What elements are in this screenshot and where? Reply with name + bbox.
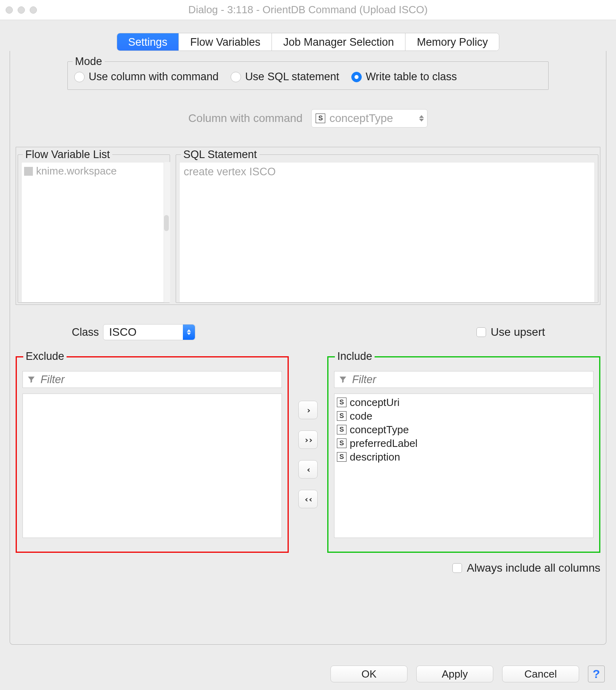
column-with-command-value: conceptType [329, 112, 393, 125]
use-upsert-label: Use upsert [491, 326, 545, 339]
filter-icon [338, 375, 347, 384]
tab-settings[interactable]: Settings [117, 33, 179, 51]
always-include-checkbox[interactable]: Always include all columns [452, 562, 600, 574]
tab-flow-variables[interactable]: Flow Variables [179, 33, 272, 51]
list-item[interactable]: Sdescription [337, 450, 591, 464]
double-chevron-right-icon: ›› [304, 435, 312, 445]
exclude-filter-input[interactable] [22, 371, 282, 388]
column-with-command-select[interactable]: S conceptType [311, 109, 428, 128]
always-include-label: Always include all columns [467, 562, 600, 574]
radio-label: Use SQL statement [245, 71, 339, 83]
chevron-right-icon: › [306, 405, 310, 415]
close-traffic-icon[interactable] [6, 6, 13, 14]
filter-icon [27, 375, 36, 384]
list-item-label: knime.workspace [36, 165, 117, 177]
flow-variable-list-group: Flow Variable List knime.workspace [18, 154, 170, 303]
radio-icon [231, 72, 241, 82]
list-item-label: preferredLabel [350, 436, 417, 450]
help-button[interactable]: ? [588, 666, 605, 682]
list-item[interactable]: Scode [337, 409, 591, 423]
list-item[interactable]: SconceptUri [337, 396, 591, 409]
flow-variable-list-legend: Flow Variable List [23, 148, 112, 161]
cancel-button[interactable]: Cancel [502, 666, 579, 682]
radio-label: Write table to class [366, 71, 457, 83]
transfer-controls: › ›› ‹ ‹‹ [298, 356, 318, 553]
flow-variable-list[interactable]: knime.workspace [21, 162, 168, 302]
string-type-icon: S [337, 398, 346, 407]
variable-icon [24, 167, 33, 176]
radio-use-sql[interactable]: Use SQL statement [231, 71, 339, 83]
list-item-label: code [350, 409, 372, 423]
mode-groupbox: Mode Use column with command Use SQL sta… [67, 61, 549, 90]
move-all-right-button[interactable]: ›› [298, 430, 318, 449]
window-title: Dialog - 3:118 - OrientDB Command (Uploa… [188, 4, 428, 16]
checkbox-icon [452, 563, 462, 573]
string-type-icon: S [316, 114, 325, 123]
exclude-panel: Exclude [16, 356, 289, 553]
window-traffic-lights [0, 6, 37, 14]
include-filter-input[interactable] [334, 371, 594, 388]
minimize-traffic-icon[interactable] [18, 6, 25, 14]
titlebar: Dialog - 3:118 - OrientDB Command (Uploa… [0, 0, 616, 20]
mode-legend: Mode [73, 55, 105, 68]
dialog-footer: OK Apply Cancel ? [0, 658, 616, 690]
ok-button[interactable]: OK [330, 666, 407, 682]
help-icon: ? [593, 667, 600, 681]
string-type-icon: S [337, 452, 346, 462]
chevron-up-down-icon [183, 325, 195, 340]
class-dropdown-value: ISCO [109, 326, 136, 339]
list-item-label: description [350, 450, 400, 464]
sql-statement-legend: SQL Statement [181, 148, 259, 161]
radio-icon [351, 72, 362, 82]
scrollbar-track [164, 162, 170, 302]
tabstrip: Settings Flow Variables Job Manager Sele… [10, 33, 606, 51]
tab-job-manager[interactable]: Job Manager Selection [272, 33, 405, 51]
include-list[interactable]: SconceptUri Scode SconceptType Spreferre… [334, 394, 594, 538]
move-left-button[interactable]: ‹ [298, 460, 318, 479]
double-chevron-left-icon: ‹‹ [304, 494, 312, 504]
checkbox-icon [476, 327, 486, 337]
column-with-command-label: Column with command [188, 112, 303, 125]
string-type-icon: S [337, 425, 346, 434]
list-item[interactable]: SpreferredLabel [337, 436, 591, 450]
radio-use-column[interactable]: Use column with command [74, 71, 219, 83]
apply-button[interactable]: Apply [416, 666, 493, 682]
tab-memory-policy[interactable]: Memory Policy [405, 33, 499, 51]
use-upsert-checkbox[interactable]: Use upsert [476, 326, 545, 339]
class-dropdown[interactable]: ISCO [103, 324, 195, 340]
chevron-left-icon: ‹ [306, 465, 310, 475]
string-type-icon: S [337, 411, 346, 421]
list-item-label: conceptUri [350, 396, 399, 409]
list-item[interactable]: SconceptType [337, 423, 591, 436]
string-type-icon: S [337, 438, 346, 448]
sql-statement-textarea[interactable]: create vertex ISCO [179, 162, 595, 302]
move-right-button[interactable]: › [298, 401, 318, 419]
scrollbar-thumb[interactable] [164, 215, 169, 231]
exclude-filter-field[interactable] [40, 373, 278, 386]
list-item[interactable]: knime.workspace [24, 165, 165, 177]
sql-statement-group: SQL Statement create vertex ISCO [176, 154, 598, 303]
chevron-up-down-icon [419, 115, 424, 122]
include-panel: Include SconceptUri Scode SconceptType S… [327, 356, 600, 553]
exclude-list[interactable] [22, 394, 282, 538]
include-legend: Include [335, 350, 375, 363]
list-item-label: conceptType [350, 423, 409, 436]
radio-write-table[interactable]: Write table to class [351, 71, 457, 83]
zoom-traffic-icon[interactable] [30, 6, 37, 14]
radio-icon [74, 72, 85, 82]
class-label: Class [16, 326, 96, 339]
move-all-left-button[interactable]: ‹‹ [298, 490, 318, 508]
radio-label: Use column with command [89, 71, 219, 83]
exclude-legend: Exclude [23, 350, 67, 363]
include-filter-field[interactable] [351, 373, 589, 386]
